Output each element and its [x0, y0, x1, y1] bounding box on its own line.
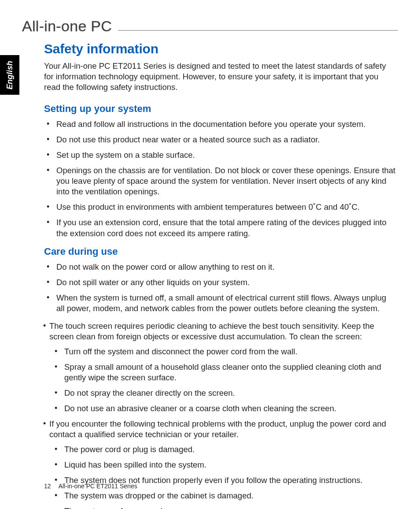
list-item: Do not walk on the power cord or allow a… [56, 262, 396, 272]
page-title: Safety information [44, 41, 396, 56]
book-title: All-in-one PC ET2011 Series [59, 483, 137, 490]
care-list-1: Do not walk on the power cord or allow a… [44, 262, 396, 314]
list-item: If you encounter the following technical… [49, 419, 396, 509]
list-item: The touch screen requires periodic clean… [49, 321, 396, 414]
page-footer: 12 All-in-one PC ET2011 Series [44, 483, 137, 490]
list-item-text: The touch screen requires periodic clean… [49, 321, 374, 341]
manual-page: All-in-one PC English Safety information… [0, 0, 420, 509]
list-item: Turn off the system and disconnect the p… [64, 346, 396, 357]
language-tab: English [0, 55, 19, 95]
list-item: Do not use this product near water or a … [56, 134, 396, 145]
list-item: The system was dropped or the cabinet is… [64, 490, 396, 501]
list-item: Do not spill water or any other liquids … [56, 277, 396, 288]
list-item: Set up the system on a stable surface. [56, 150, 396, 160]
list-item: Read and follow all instructions in the … [56, 119, 396, 130]
list-item: Spray a small amount of a household glas… [64, 362, 396, 383]
content-body: Safety information Your All-in-one PC ET… [44, 41, 396, 509]
technical-problems-sublist: The power cord or plug is damaged. Liqui… [49, 444, 396, 509]
list-item: Openings on the chassis are for ventilat… [56, 165, 396, 197]
list-item: Do not use an abrasive cleaner or a coar… [64, 403, 396, 414]
list-item: The power cord or plug is damaged. [64, 444, 396, 455]
setup-list: Read and follow all instructions in the … [44, 119, 396, 238]
list-item: Use this product in environments with am… [56, 202, 396, 212]
list-item: Liquid has been spilled into the system. [64, 460, 396, 470]
clean-screen-sublist: Turn off the system and disconnect the p… [49, 346, 396, 414]
list-item-text: If you encounter the following technical… [49, 419, 386, 439]
list-item: The system performance changes. [64, 506, 396, 509]
header-product-label: All-in-one PC [22, 18, 118, 35]
list-item: When the system is turned off, a small a… [56, 293, 396, 314]
section-heading-setup: Setting up your system [44, 103, 396, 115]
section-heading-care: Care during use [44, 246, 396, 257]
list-item: If you use an extension cord, ensure tha… [56, 217, 396, 238]
care-list-2: The touch screen requires periodic clean… [44, 321, 396, 509]
intro-paragraph: Your All-in-one PC ET2011 Series is desi… [44, 61, 396, 93]
page-number: 12 [44, 483, 51, 490]
language-tab-text: English [5, 60, 15, 89]
list-item: Do not spray the cleaner directly on the… [64, 388, 396, 398]
